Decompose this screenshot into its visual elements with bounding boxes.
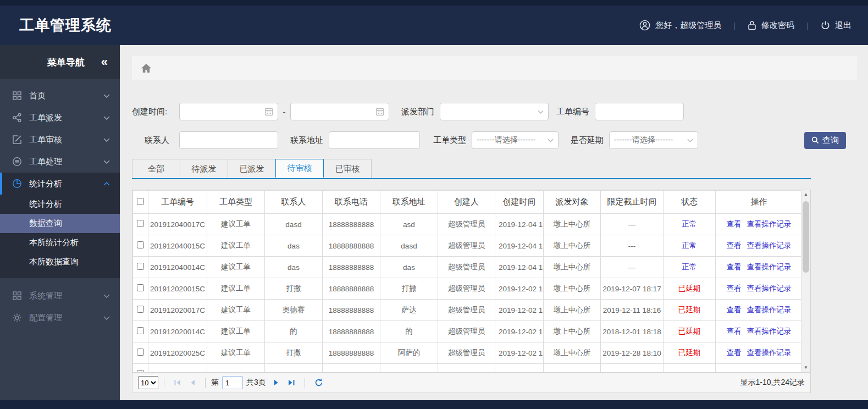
- view-log-link[interactable]: 查看操作记录: [747, 284, 792, 292]
- row-checkbox[interactable]: [137, 220, 144, 227]
- page-size-select[interactable]: 10: [138, 376, 158, 389]
- view-log-link[interactable]: 查看操作记录: [747, 327, 792, 335]
- next-page-button[interactable]: [272, 378, 281, 387]
- view-link[interactable]: 查看: [727, 327, 742, 335]
- sidebar-subitem-statistics-analysis[interactable]: 统计分析: [0, 195, 120, 214]
- tab-pending-review[interactable]: 待审核: [275, 159, 324, 178]
- view-log-link[interactable]: 查看操作记录: [747, 349, 792, 357]
- row-select-cell[interactable]: [133, 257, 148, 278]
- refresh-button[interactable]: [313, 377, 324, 388]
- tab-reviewed[interactable]: 已审核: [323, 159, 372, 178]
- sidebar-subitem-local-statistics[interactable]: 本所统计分析: [0, 233, 120, 252]
- row-select-cell[interactable]: [133, 278, 148, 300]
- cell-contact: 打撒: [265, 278, 323, 300]
- column-header: 联系人: [265, 191, 323, 214]
- dispatch-dept-select[interactable]: [440, 103, 549, 120]
- sidebar-subitem-local-data-query[interactable]: 本所数据查询: [0, 252, 120, 272]
- row-select-cell[interactable]: [133, 300, 148, 321]
- view-link[interactable]: 查看: [727, 306, 742, 314]
- sidebar-item-statistics[interactable]: 统计分析: [0, 173, 120, 195]
- cell-empty: [148, 364, 207, 373]
- row-checkbox[interactable]: [137, 284, 144, 291]
- row-select-cell[interactable]: [133, 235, 148, 257]
- gear-icon: [12, 313, 22, 323]
- first-page-button[interactable]: [173, 378, 183, 387]
- cell-deadline: 2019-12-07 18:17: [601, 278, 664, 300]
- cell-deadline: ---: [601, 257, 664, 278]
- row-checkbox[interactable]: [137, 327, 144, 334]
- row-checkbox[interactable]: [137, 241, 144, 248]
- row-checkbox[interactable]: [137, 306, 144, 313]
- logout-button[interactable]: 退出: [821, 20, 852, 31]
- row-select-cell[interactable]: [133, 214, 148, 235]
- sidebar-subitem-data-query[interactable]: 数据查询: [0, 214, 120, 233]
- cell-contact: 奥德赛: [265, 300, 323, 321]
- cell-phone: 18888888888: [323, 300, 380, 321]
- sidebar-item-review[interactable]: 工单审核: [0, 129, 120, 151]
- tab-to-dispatch[interactable]: 待派发: [180, 159, 228, 178]
- pie-chart-icon: [12, 179, 22, 189]
- row-checkbox[interactable]: [137, 370, 144, 373]
- column-header: 联系地址: [380, 191, 438, 214]
- contact-input[interactable]: [179, 131, 278, 149]
- page-number-input[interactable]: [222, 376, 243, 389]
- cell-empty: [716, 364, 803, 373]
- order-type-select[interactable]: -------请选择-------: [472, 131, 559, 149]
- search-button[interactable]: 查询: [804, 132, 846, 149]
- table-row: 201912020014C建议工单的18888888888的超级管理员2019-…: [133, 321, 803, 342]
- breadcrumb: [132, 56, 857, 80]
- table-card: 工单编号工单类型联系人联系电话联系地址创建人创建时间派发对象限定截止时间状态操作…: [132, 190, 811, 393]
- chevron-down-icon: [103, 316, 110, 320]
- view-log-link[interactable]: 查看操作记录: [747, 306, 792, 314]
- view-log-link[interactable]: 查看操作记录: [747, 263, 792, 271]
- cell-contact: das: [265, 235, 323, 257]
- sidebar-collapse-icon[interactable]: «: [101, 56, 108, 68]
- status-badge: 已延期: [678, 284, 701, 292]
- sidebar-item-dispatch[interactable]: 工单派发: [0, 107, 120, 129]
- user-greeting[interactable]: 您好，超级管理员: [639, 20, 721, 31]
- column-header: 限定截止时间: [601, 191, 664, 214]
- change-password-button[interactable]: 修改密码: [748, 20, 794, 31]
- row-checkbox[interactable]: [137, 263, 144, 270]
- address-input[interactable]: [329, 131, 420, 149]
- delayed-select[interactable]: -------请选择-------: [609, 131, 698, 149]
- tab-dispatched[interactable]: 已派发: [228, 159, 276, 178]
- cell-order_no: 201912020025C: [148, 342, 207, 364]
- cell-target: 墩上中心所: [544, 300, 601, 321]
- row-select-cell[interactable]: [133, 321, 148, 342]
- sidebar-item-home[interactable]: 首页: [0, 85, 120, 107]
- row-select-cell[interactable]: [133, 342, 148, 364]
- pager-divider: [205, 378, 206, 388]
- scrollbar-thumb[interactable]: [803, 201, 809, 273]
- sidebar-item-config[interactable]: 配置管理: [0, 307, 120, 329]
- sidebar-item-process[interactable]: 工单处理: [0, 151, 120, 173]
- cell-order_no: 201912040015C: [148, 235, 207, 257]
- order-no-input[interactable]: [595, 103, 684, 120]
- view-log-link[interactable]: 查看操作记录: [747, 220, 792, 228]
- view-link[interactable]: 查看: [727, 220, 742, 228]
- prev-page-button[interactable]: [188, 378, 197, 387]
- view-link[interactable]: 查看: [727, 284, 742, 292]
- cell-type: 建议工单: [207, 321, 265, 342]
- sidebar-item-system[interactable]: 系统管理: [0, 285, 120, 307]
- select-all-header[interactable]: [133, 191, 148, 214]
- tab-all[interactable]: 全部: [132, 159, 180, 178]
- scroll-down-icon[interactable]: ▼: [801, 363, 810, 372]
- chevron-down-icon: [687, 139, 693, 142]
- last-page-button[interactable]: [286, 378, 296, 387]
- row-select-cell[interactable]: [133, 364, 148, 373]
- scroll-up-icon[interactable]: ▲: [801, 190, 810, 199]
- view-link[interactable]: 查看: [727, 349, 742, 357]
- select-all-checkbox[interactable]: [137, 198, 144, 205]
- home-icon[interactable]: [141, 63, 152, 73]
- cell-address: asd: [380, 214, 438, 235]
- view-link[interactable]: 查看: [727, 241, 742, 250]
- view-link[interactable]: 查看: [727, 263, 742, 271]
- sidebar-item-label: 配置管理: [29, 313, 103, 323]
- search-button-label: 查询: [822, 135, 839, 146]
- table-scrollbar[interactable]: ▲ ▼: [801, 190, 810, 372]
- view-log-link[interactable]: 查看操作记录: [747, 241, 792, 250]
- created-to-input[interactable]: [290, 103, 389, 120]
- created-from-input[interactable]: [179, 103, 278, 120]
- row-checkbox[interactable]: [137, 349, 144, 356]
